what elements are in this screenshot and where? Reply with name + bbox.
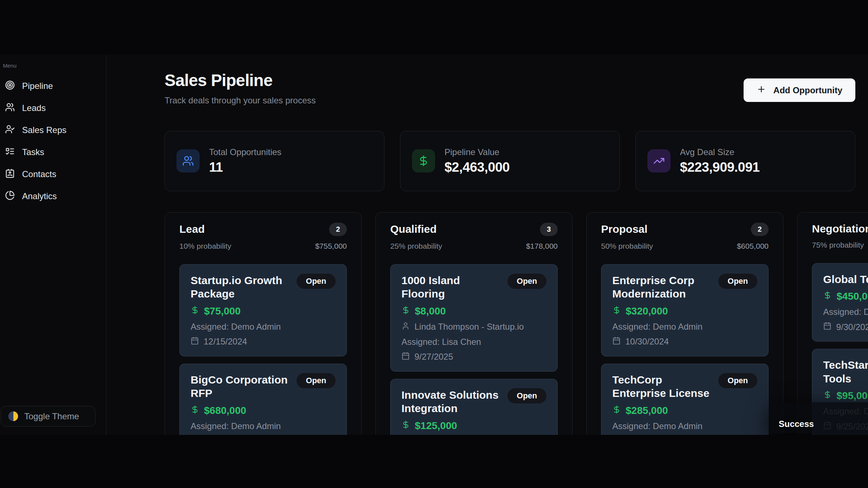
deal-date: 10/30/2024 [625,337,669,347]
deal-contact: Linda Thompson - Startup.io [414,322,524,332]
contact-card-icon [5,168,15,180]
toast-title: Success [779,419,814,429]
status-badge: Open [297,274,336,289]
stat-text: Pipeline Value $2,463,000 [444,147,510,175]
deal-card[interactable]: 1000 Island Flooring Open $8,000 Linda T… [390,264,558,372]
deal-value: $285,000 [626,405,668,416]
column-count-badge: 3 [540,223,558,236]
app-window: Menu Pipeline Leads Sales Reps Tasks Con… [0,55,868,435]
sidebar-item-tasks[interactable]: Tasks [3,144,103,160]
sidebar-item-leads[interactable]: Leads [3,100,103,116]
deal-value: $8,000 [415,305,446,317]
sidebar-item-label: Sales Reps [22,125,67,135]
page-title: Sales Pipeline [165,71,316,90]
deal-assigned: Assigned: Demo Admin [191,322,336,332]
deal-title: 1000 Island Flooring [401,274,502,301]
calendar-icon [191,337,199,347]
page-header: Sales Pipeline Track deals through your … [165,71,855,106]
dollar-icon [412,149,435,172]
sidebar-item-label: Leads [22,103,46,113]
deal-title: TechCorp Enterprise License [612,373,712,400]
sidebar-item-pipeline[interactable]: Pipeline [3,78,103,94]
sidebar-nav: Pipeline Leads Sales Reps Tasks Contacts… [3,78,103,204]
column-proposal: Proposal 2 50% probability $605,000 Ente… [586,212,783,435]
deal-assigned: Assigned: Demo Admin [191,421,336,431]
sidebar-item-analytics[interactable]: Analytics [3,188,103,204]
deal-value: $125,000 [415,420,457,432]
toggle-theme-button[interactable]: Toggle Theme [1,406,95,427]
pie-chart-icon [5,191,15,202]
column-title: Qualified [390,223,437,235]
status-badge: Open [507,274,546,289]
stat-card-pipeline-value: Pipeline Value $2,463,000 [400,131,620,191]
list-todo-icon [5,146,15,158]
dollar-icon [612,305,621,317]
deal-value: $680,000 [204,405,246,416]
deal-card[interactable]: BigCo Corporation RFP Open $680,000 Assi… [179,364,347,435]
toggle-theme-label: Toggle Theme [24,411,79,421]
deal-date: 9/30/2025 [836,322,868,332]
stat-card-avg-deal-size: Avg Deal Size $223,909.091 [635,131,855,191]
deal-title: Innovate Solutions Integration [401,388,502,415]
column-probability: 10% probability [179,242,231,251]
deal-value: $320,000 [626,305,668,317]
moon-icon [8,411,18,421]
deal-assigned: Assigned: Demo Admin [612,421,757,431]
deal-title: BigCo Corporation RFP [191,373,291,400]
deal-assigned: Assigned: Demo Admin [612,322,757,332]
deal-assigned: Assigned: Lisa Chen [401,337,546,347]
stat-value: $2,463,000 [444,160,510,175]
toast-success: Success [769,402,868,433]
column-probability: 25% probability [390,242,442,251]
column-probability: 50% probability [601,242,653,251]
column-total: $755,000 [315,242,347,251]
status-badge: Open [507,388,546,403]
calendar-icon [401,352,410,362]
main-content: Sales Pipeline Track deals through your … [106,55,868,435]
column-count-badge: 2 [329,223,347,236]
column-total: $605,000 [737,242,769,251]
deal-title: Enterprise Corp Modernization [612,274,712,301]
dollar-icon [191,305,199,317]
stat-card-total-opportunities: Total Opportunities 11 [165,131,384,191]
stat-text: Avg Deal Size $223,909.091 [680,147,760,175]
stat-value: 11 [209,160,281,175]
stat-value: $223,909.091 [680,160,760,175]
column-title: Lead [179,223,205,235]
deal-assigned: Assigned: Demo Admin [823,307,868,317]
dollar-icon [823,390,832,402]
dollar-icon [823,291,832,302]
deal-card[interactable]: TechCorp Enterprise License Open $285,00… [601,364,769,435]
stats-row: Total Opportunities 11 Pipeline Value $2… [165,131,855,191]
dollar-icon [401,305,410,317]
column-lead: Lead 2 10% probability $755,000 Startup.… [165,212,362,435]
sidebar-item-label: Tasks [22,147,44,157]
sidebar-item-sales-reps[interactable]: Sales Reps [3,122,103,138]
deal-card[interactable]: Enterprise Corp Modernization Open $320,… [601,264,769,356]
deal-date: 12/15/2024 [204,337,247,347]
page-header-text: Sales Pipeline Track deals through your … [165,71,316,106]
column-probability: 75% probability [812,241,864,249]
users-icon [5,102,15,114]
deal-card[interactable]: Startup.io Growth Package Open $75,000 A… [179,264,347,356]
sidebar: Menu Pipeline Leads Sales Reps Tasks Con… [0,55,106,435]
add-opportunity-button[interactable]: Add Opportunity [744,78,855,102]
column-negotiation: Negotiation 75% probability Global Te $4… [797,212,868,435]
sidebar-item-contacts[interactable]: Contacts [3,166,103,182]
plus-icon [757,85,766,96]
deal-card[interactable]: Global Te $450,000 Assigned: Demo Admin … [812,263,868,342]
dollar-icon [191,405,199,416]
dollar-icon [401,420,410,432]
column-count-badge: 2 [751,223,769,236]
stat-label: Pipeline Value [444,147,510,157]
column-qualified: Qualified 3 25% probability $178,000 100… [375,212,573,435]
deal-card[interactable]: Innovate Solutions Integration Open $125… [390,379,558,435]
pipeline-board: Lead 2 10% probability $755,000 Startup.… [165,212,855,435]
stat-label: Avg Deal Size [680,147,760,157]
sidebar-item-label: Pipeline [22,81,53,91]
calendar-icon [612,337,621,347]
deal-title: Startup.io Growth Package [191,274,291,301]
trending-up-icon [647,149,671,172]
user-icon [401,322,410,332]
status-badge: Open [718,274,757,289]
